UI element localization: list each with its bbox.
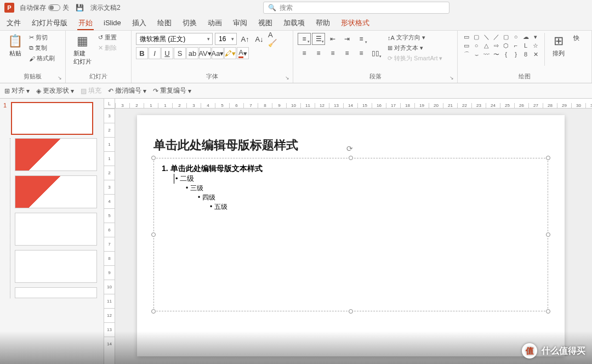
thumbnail-layout-3[interactable] — [15, 213, 97, 246]
shape-circle-icon[interactable]: ○ — [472, 42, 481, 49]
shape-rect-icon[interactable]: ▭ — [462, 33, 471, 41]
tab-addins[interactable]: 加载项 — [282, 16, 306, 30]
shape-brace-icon[interactable]: { — [502, 50, 510, 58]
slide-editor[interactable]: 单击此处编辑母版标题样式 ⟳ 1. 单击此处编辑母版文本样式 • 二级 • 三级… — [137, 115, 565, 356]
rotate-handle-icon[interactable]: ⟳ — [346, 144, 353, 153]
reset-button[interactable]: ↺重置 — [97, 33, 118, 42]
resize-handle[interactable] — [151, 156, 156, 160]
copy-button[interactable]: ⧉复制 — [28, 43, 56, 53]
align-button[interactable]: ⊞对齐 ▾ — [4, 86, 30, 95]
canvas-area[interactable]: L 32112345678910111213141516171819202122… — [104, 99, 592, 364]
shape-more-icon[interactable]: ▾ — [531, 33, 540, 41]
shape-conn-icon[interactable]: ⌐ — [511, 42, 520, 49]
launcher-icon[interactable]: ↘ — [285, 75, 289, 81]
thumbnail-layout-4[interactable] — [15, 250, 97, 283]
tab-file[interactable]: 文件 — [5, 16, 22, 30]
tab-islide[interactable]: iSlide — [103, 16, 122, 29]
shadow-button[interactable]: ab — [186, 47, 198, 59]
aligntext-button[interactable]: ⊞对齐文本 ▾ — [386, 43, 443, 53]
shape-8-icon[interactable]: 8 — [521, 50, 530, 58]
text-level-3[interactable]: • 三级 — [186, 184, 540, 193]
formatpainter-button[interactable]: 🖌格式刷 — [28, 54, 56, 63]
body-placeholder[interactable]: ⟳ 1. 单击此处编辑母版文本样式 • 二级 • 三级 • 四级 • 五级 — [153, 158, 548, 311]
align-right-button[interactable]: ≡ — [326, 47, 339, 59]
bold-button[interactable]: B — [136, 47, 148, 59]
italic-button[interactable]: I — [149, 47, 161, 59]
tab-help[interactable]: 帮助 — [315, 16, 331, 30]
shrink-font-button[interactable]: A↓ — [253, 33, 265, 45]
indent-dec-button[interactable]: ⇤ — [326, 33, 339, 45]
strike-button[interactable]: S — [174, 47, 186, 59]
resize-handle[interactable] — [546, 309, 550, 314]
arrange-button[interactable]: ⊞ 排列 — [549, 33, 568, 59]
shape-rect3-icon[interactable]: ▭ — [462, 42, 471, 49]
thumbnail-panel[interactable]: 1 — [0, 99, 104, 364]
thumbnail-layout-5[interactable] — [15, 287, 97, 298]
resize-handle[interactable] — [349, 309, 353, 314]
tab-shapeformat[interactable]: 形状格式 — [340, 16, 371, 30]
shape-arc-icon[interactable]: ⌒ — [462, 50, 471, 58]
text-level-4[interactable]: • 四级 — [198, 193, 540, 202]
shape-wave2-icon[interactable]: 〜 — [492, 50, 500, 58]
launcher-icon[interactable]: ↘ — [449, 75, 454, 81]
shape-wave-icon[interactable]: 〰 — [482, 50, 491, 58]
textdirection-button[interactable]: ↕A文字方向 ▾ — [386, 33, 443, 42]
resize-handle[interactable] — [349, 156, 353, 160]
redo-numbering-button[interactable]: ↷重复编号 ▾ — [153, 86, 191, 95]
font-size-combo[interactable]: 16 — [215, 33, 237, 45]
text-level-5[interactable]: • 五级 — [210, 202, 540, 212]
distribute-button[interactable]: ≡ — [355, 47, 368, 59]
paste-button[interactable]: 📋 粘贴 — [4, 33, 26, 59]
text-level-1[interactable]: 1. 单击此处编辑母版文本样式 — [162, 164, 540, 174]
search-input[interactable]: 🔍 搜索 — [263, 2, 449, 14]
indent-inc-button[interactable]: ⇥ — [340, 33, 354, 45]
resize-handle[interactable] — [546, 156, 550, 160]
undo-numbering-button[interactable]: ↶撤消编号 ▾ — [108, 86, 146, 95]
tab-animations[interactable]: 动画 — [207, 16, 223, 30]
shape-cloud-icon[interactable]: ☁ — [521, 33, 530, 41]
changeshape-button[interactable]: ◈更改形状 ▾ — [36, 86, 74, 95]
numbering-button[interactable]: ☰▾ — [312, 33, 325, 45]
tab-transitions[interactable]: 切换 — [181, 16, 198, 30]
shape-oval-icon[interactable]: ○ — [511, 33, 520, 41]
tab-insert[interactable]: 插入 — [131, 16, 147, 30]
tab-slidemaster[interactable]: 幻灯片母版 — [31, 16, 69, 30]
shape-cross-icon[interactable]: ✕ — [531, 50, 540, 58]
shape-line-icon[interactable]: ＼ — [482, 33, 491, 41]
shape-line2-icon[interactable]: ／ — [492, 33, 500, 41]
resize-handle[interactable] — [546, 232, 550, 237]
spacing-button[interactable]: AV▾ — [199, 47, 211, 59]
shape-brace2-icon[interactable]: } — [511, 50, 520, 58]
shape-l-icon[interactable]: L — [521, 42, 530, 49]
shape-star-icon[interactable]: ☆ — [531, 42, 540, 49]
launcher-icon[interactable]: ↘ — [58, 75, 62, 81]
shape-hex-icon[interactable]: ⬡ — [502, 42, 510, 49]
font-name-combo[interactable]: 微软雅黑 (正文) — [136, 33, 213, 45]
cut-button[interactable]: ✂剪切 — [28, 33, 56, 42]
toggle-icon[interactable] — [48, 4, 60, 11]
bullets-button[interactable]: ≡▾ — [298, 33, 311, 45]
underline-button[interactable]: U — [161, 47, 173, 59]
tab-review[interactable]: 审阅 — [232, 16, 248, 30]
shape-tri-icon[interactable]: △ — [482, 42, 491, 49]
linespacing-button[interactable]: ≡▾ — [355, 33, 368, 45]
clear-format-button[interactable]: A🧹 — [267, 33, 280, 45]
shape-rect2-icon[interactable]: ▢ — [472, 33, 481, 41]
case-button[interactable]: Aa▾ — [212, 47, 224, 59]
shape-arc2-icon[interactable]: ⌣ — [472, 50, 481, 58]
columns-button[interactable]: ▯▯▾ — [369, 47, 382, 59]
text-level-2[interactable]: • 二级 — [174, 174, 540, 184]
resize-handle[interactable] — [151, 309, 156, 314]
resize-handle[interactable] — [151, 232, 156, 237]
shapes-gallery[interactable]: ▭ ▢ ＼ ／ ▢ ○ ☁ ▾ ▭ ○ △ ⇨ ⬡ ⌐ L ☆ ⌒ ⌣ 〰 〜 — [462, 33, 540, 58]
tab-home[interactable]: 开始 — [77, 16, 94, 30]
newslide-button[interactable]: ▦ 新建 幻灯片 — [70, 33, 95, 67]
tab-view[interactable]: 视图 — [257, 16, 274, 30]
justify-button[interactable]: ≡ — [340, 47, 354, 59]
thumbnail-layout-2[interactable] — [15, 175, 97, 208]
highlight-button[interactable]: 🖍▾ — [224, 47, 236, 59]
tab-draw[interactable]: 绘图 — [156, 16, 173, 30]
autosave-toggle[interactable]: 自动保存 关 — [20, 3, 69, 13]
grow-font-button[interactable]: A↑ — [239, 33, 251, 45]
quick-button[interactable]: 快 — [570, 33, 583, 43]
